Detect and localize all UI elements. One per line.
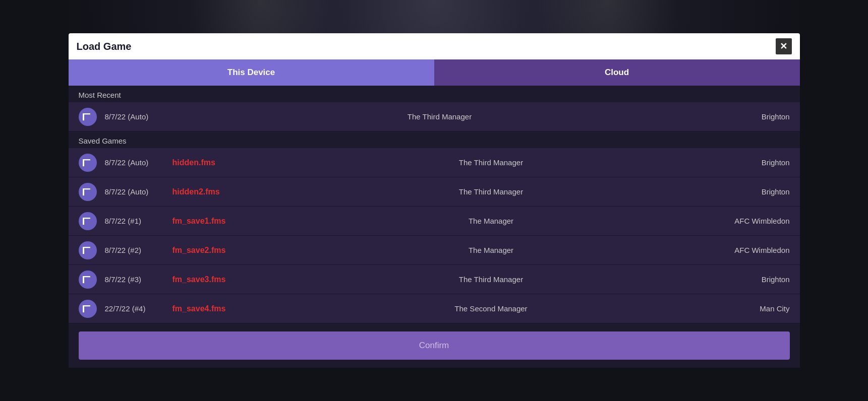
dialog-title: Load Game [77,41,132,52]
save-icon-4 [79,271,97,289]
saved-game-row[interactable]: 8/7/22 (Auto) hidden2.fms The Third Mana… [69,177,800,207]
confirm-section: Confirm [69,323,800,368]
save-manager-1: The Third Manager [273,187,709,196]
save-filename-4: fm_save3.fms [172,275,273,284]
save-icon-1 [79,183,97,201]
save-date-1: 8/7/22 (Auto) [105,187,170,196]
most-recent-date: 8/7/22 (Auto) [105,112,170,121]
most-recent-row[interactable]: 8/7/22 (Auto) The Third Manager Brighton [69,102,800,131]
saved-game-row[interactable]: 8/7/22 (Auto) hidden.fms The Third Manag… [69,148,800,177]
save-manager-3: The Manager [273,246,709,254]
save-icon-0 [79,154,97,172]
save-manager-5: The Second Manager [273,304,709,313]
save-club-2: AFC Wimbledon [709,217,790,225]
save-club-5: Man City [709,304,790,313]
save-date-5: 22/7/22 (#4) [105,304,170,313]
save-date-4: 8/7/22 (#3) [105,275,170,284]
save-icon-3 [79,241,97,259]
most-recent-manager: The Third Manager [170,112,709,121]
save-filename-3: fm_save2.fms [172,246,273,255]
saved-games-list: 8/7/22 (Auto) hidden.fms The Third Manag… [69,148,800,323]
title-bar: Load Game ✕ [69,33,800,59]
save-date-2: 8/7/22 (#1) [105,217,170,225]
modal-body: This Device Cloud Most Recent 8/7/22 (Au… [69,59,800,368]
save-icon [79,108,97,126]
save-manager-4: The Third Manager [273,275,709,284]
save-filename-2: fm_save1.fms [172,217,273,226]
tab-bar: This Device Cloud [69,59,800,86]
saved-game-row[interactable]: 22/7/22 (#4) fm_save4.fms The Second Man… [69,294,800,323]
most-recent-rows: 8/7/22 (Auto) The Third Manager Brighton [69,102,800,131]
tab-this-device[interactable]: This Device [69,59,434,86]
close-button[interactable]: ✕ [776,38,792,54]
confirm-button[interactable]: Confirm [79,331,790,360]
save-date-3: 8/7/22 (#2) [105,246,170,254]
save-manager-2: The Manager [273,217,709,225]
save-club-0: Brighton [709,158,790,167]
save-manager-0: The Third Manager [273,158,709,167]
tab-cloud[interactable]: Cloud [434,59,800,86]
save-icon-2 [79,212,97,230]
save-club-4: Brighton [709,275,790,284]
saved-game-row[interactable]: 8/7/22 (#1) fm_save1.fms The Manager AFC… [69,207,800,236]
save-date-0: 8/7/22 (Auto) [105,158,170,167]
most-recent-header: Most Recent [69,86,800,102]
saved-game-row[interactable]: 8/7/22 (#2) fm_save2.fms The Manager AFC… [69,236,800,265]
saved-game-row[interactable]: 8/7/22 (#3) fm_save3.fms The Third Manag… [69,265,800,294]
save-filename-0: hidden.fms [172,158,273,167]
most-recent-club: Brighton [709,112,790,121]
save-filename-5: fm_save4.fms [172,304,273,313]
save-club-3: AFC Wimbledon [709,246,790,254]
save-filename-1: hidden2.fms [172,187,273,196]
save-icon-5 [79,300,97,318]
save-club-1: Brighton [709,187,790,196]
load-game-dialog: Load Game ✕ This Device Cloud Most Recen… [69,33,800,368]
saved-games-header: Saved Games [69,131,800,148]
